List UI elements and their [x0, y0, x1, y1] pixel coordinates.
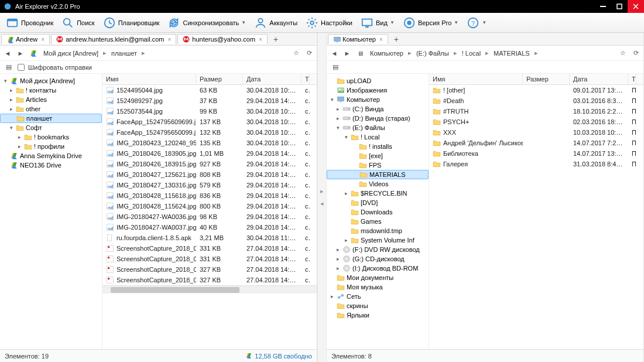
scheduler-button[interactable]: Планировщик — [100, 15, 163, 30]
column-header[interactable]: Размер — [523, 74, 570, 84]
breadcrumb-segment[interactable]: MATERIALS — [491, 49, 532, 58]
tree-node[interactable]: ▸$RECYCLE.BIN — [327, 189, 429, 198]
expand-icon[interactable]: ▸ — [329, 293, 335, 299]
expand-icon[interactable]: ▸ — [335, 256, 341, 262]
right-tree[interactable]: upLOADИзображения▾Компьютер▸(C:) Винда▸(… — [327, 74, 429, 349]
tree-node[interactable]: ▸System Volume Inf — [327, 235, 429, 245]
tree-node[interactable]: MATERIALS — [327, 170, 429, 179]
close-tab-icon[interactable]: × — [259, 36, 262, 43]
tree-node[interactable]: ▸! bookmarks — [0, 132, 102, 142]
file-row[interactable]: Галерея31.03.2018 8:42:53П — [429, 159, 643, 169]
file-row[interactable]: Андрей 'Дельфин' Лысиков14.07.2017 7:21:… — [429, 138, 643, 148]
transfer-right-icon[interactable]: ▸ — [320, 187, 324, 195]
column-header[interactable]: Имя — [102, 74, 196, 84]
back-button[interactable]: ◄ — [329, 48, 340, 59]
left-tree[interactable]: ▾Мой диск [Andrew]▸! контакты▸Articles▸o… — [0, 74, 102, 349]
file-row[interactable]: IMG-20180427-WA0037.jpg40 KB29.04.2018 1… — [102, 222, 317, 233]
tree-node[interactable]: ▾Компьютер — [327, 95, 429, 104]
tree-node[interactable]: ▸Сеть — [327, 292, 429, 301]
expand-icon[interactable]: ▸ — [343, 237, 349, 243]
expand-icon[interactable]: ▸ — [8, 106, 14, 112]
file-row[interactable]: ScreenshotCapture_2018_04_2...331 KB27.0… — [102, 243, 317, 254]
expand-icon[interactable]: ▸ — [335, 247, 341, 252]
right-breadcrumb[interactable]: Компьютер▸(E:) Файлы▸! Local▸MATERIALS▸ — [368, 49, 615, 58]
column-header[interactable]: Размер — [196, 74, 243, 84]
tree-node[interactable]: Мои документы — [327, 273, 429, 282]
account-tab[interactable]: Andrew× — [1, 34, 50, 44]
tree-node[interactable]: Моя музыка — [327, 282, 429, 292]
new-tab-button[interactable]: + — [389, 35, 403, 44]
file-row[interactable]: IMG_20180427_130316.jpg579 KB29.04.2018 … — [102, 180, 317, 190]
view-mode-button[interactable]: ▤ — [330, 62, 341, 73]
file-row[interactable]: IMG_20180426_183905.jpg1,01 MB29.04.2018… — [102, 148, 317, 159]
file-row[interactable]: FaceApp_1524795609699.jpg137 KB30.04.201… — [102, 117, 317, 127]
tree-node[interactable]: планшет — [0, 114, 102, 123]
star-button[interactable]: ☆ — [618, 48, 628, 59]
file-row[interactable]: #TRUTH18.10.2016 2:26:20П — [429, 106, 643, 117]
file-row[interactable]: #Death03.01.2016 8:30:52П — [429, 95, 643, 106]
left-filelist[interactable]: ИмяРазмерДатаТ 1524495044.jpg63 KB30.04.… — [102, 74, 317, 349]
file-row[interactable]: Библиотека14.07.2017 13:00:36П — [429, 148, 643, 159]
tree-node[interactable]: Downloads — [327, 207, 429, 217]
file-row[interactable]: IMG_20180427_125621.jpg808 KB29.04.2018 … — [102, 169, 317, 180]
tree-node[interactable]: скрины — [327, 301, 429, 310]
expand-icon[interactable]: ▸ — [335, 115, 341, 121]
breadcrumb-segment[interactable]: Компьютер — [368, 49, 406, 58]
close-tab-icon[interactable]: × — [41, 36, 44, 43]
encrypt-checkbox[interactable] — [18, 64, 25, 71]
file-row[interactable]: ScreenshotCapture_2018_04_2...327 KB27.0… — [102, 275, 317, 285]
tree-node[interactable]: upLOAD — [327, 76, 429, 86]
sync-button[interactable]: Синхронизировать▼ — [164, 15, 249, 30]
new-tab-button[interactable]: + — [269, 35, 283, 44]
view-mode-button[interactable]: ▤ — [4, 62, 14, 73]
file-row[interactable]: ScreenshotCapture_2018_04_2...331 KB27.0… — [102, 254, 317, 264]
tree-node[interactable]: ▸(I:) Дисковод BD-RОМ — [327, 264, 429, 273]
maximize-button[interactable] — [611, 0, 628, 13]
tree-node[interactable]: ▸! профили — [0, 142, 102, 151]
expand-icon[interactable]: ▾ — [335, 125, 341, 131]
file-row[interactable]: 1524495044.jpg63 KB30.04.2018 10:39:22с — [102, 85, 317, 95]
tree-node[interactable]: ▸(F:) DVD RW дисковод — [327, 245, 429, 254]
tree-node[interactable]: ▸other — [0, 104, 102, 114]
expand-icon[interactable]: ▸ — [8, 87, 14, 93]
view-button[interactable]: Вид▼ — [357, 15, 398, 30]
account-tab[interactable]: Компьютер× — [328, 34, 388, 44]
file-row[interactable]: ScreenshotCapture_2018_04_2...327 KB27.0… — [102, 264, 317, 275]
file-row[interactable]: ! [other]09.01.2017 13:10:03П — [429, 85, 643, 95]
expand-icon[interactable]: ▸ — [16, 144, 22, 149]
tree-node[interactable]: ▾(E:) Файлы — [327, 123, 429, 132]
breadcrumb-segment[interactable]: планшет — [109, 49, 139, 58]
tree-node[interactable]: NEO136 Drive — [0, 160, 102, 170]
pro-version-button[interactable]: Версия Pro▼ — [399, 15, 462, 30]
expand-icon[interactable]: ▸ — [335, 265, 341, 271]
close-tab-icon[interactable]: × — [167, 36, 171, 43]
expand-icon[interactable]: ▾ — [329, 97, 335, 103]
forward-button[interactable]: ► — [342, 48, 352, 59]
tree-node[interactable]: [exe] — [327, 151, 429, 160]
file-row[interactable]: IMG_20180426_183915.jpg927 KB29.04.2018 … — [102, 159, 317, 169]
refresh-button[interactable]: ⟳ — [631, 48, 641, 59]
file-row[interactable]: ru.fourpda.client-1.8.5.apk3,21 MB30.04.… — [102, 233, 317, 243]
file-row[interactable]: IMG_20180428_115618.jpg836 KB29.04.2018 … — [102, 190, 317, 201]
column-header[interactable]: Дата — [243, 74, 302, 84]
explorer-button[interactable]: Проводник — [2, 15, 57, 30]
file-row[interactable]: PSYCH+02.03.2016 18:54:04П — [429, 117, 643, 127]
star-button[interactable]: ☆ — [291, 48, 302, 59]
tree-node[interactable]: [DVD] — [327, 198, 429, 207]
expand-icon[interactable]: ▸ — [16, 134, 22, 140]
expand-icon[interactable]: ▸ — [343, 190, 349, 196]
minimize-button[interactable] — [595, 0, 611, 13]
tree-node[interactable]: ▸(D:) Винда (старая) — [327, 114, 429, 123]
refresh-button[interactable]: ⟳ — [304, 48, 314, 59]
settings-button[interactable]: Настройки — [302, 15, 356, 30]
tree-node[interactable]: msdownld.tmp — [327, 226, 429, 235]
right-filelist[interactable]: ИмяРазмерДатаТ ! [other]09.01.2017 13:10… — [429, 74, 643, 349]
column-header[interactable]: Т — [628, 74, 636, 84]
search-button[interactable]: Поиск — [58, 15, 98, 30]
left-breadcrumb[interactable]: Мой диск [Andrew]▸планшет▸ — [41, 49, 289, 58]
column-header[interactable]: Дата — [570, 74, 628, 84]
back-button[interactable]: ◄ — [2, 48, 13, 59]
file-row[interactable]: 1525073544.jpg99 KB30.04.2018 10:36:47с — [102, 106, 317, 117]
tree-node[interactable]: Anna Semykina Drive — [0, 151, 102, 160]
help-button[interactable]: ?▼ — [463, 15, 490, 30]
